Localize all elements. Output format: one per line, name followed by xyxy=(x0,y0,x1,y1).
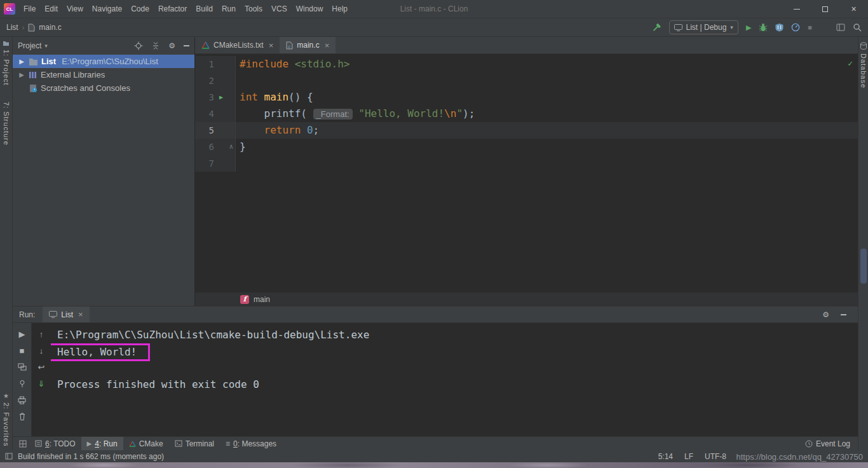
scrollbar-thumb[interactable] xyxy=(860,249,867,284)
hide-panel-icon[interactable] xyxy=(841,314,846,315)
line-separator[interactable]: LF xyxy=(684,452,693,461)
profiler-icon[interactable] xyxy=(791,23,800,32)
menu-window[interactable]: Window xyxy=(292,0,328,18)
tab-terminal[interactable]: Terminal xyxy=(169,437,220,450)
menu-navigate[interactable]: Navigate xyxy=(88,0,126,18)
line-number: 6 xyxy=(195,139,215,155)
maximize-button[interactable] xyxy=(811,0,839,18)
sidebar-item-structure[interactable]: 7: Structure xyxy=(3,102,10,146)
editor-gutter[interactable]: 7 xyxy=(195,155,236,172)
chevron-down-icon[interactable]: ▾ xyxy=(44,43,48,49)
debug-bug-icon[interactable] xyxy=(759,23,768,32)
menu-view[interactable]: View xyxy=(62,0,88,18)
event-log-button[interactable]: Event Log xyxy=(805,437,854,450)
inspections-ok-icon[interactable]: ✓ xyxy=(848,55,853,72)
maximize-icon xyxy=(822,6,828,12)
tab-todo[interactable]: 6: TODO xyxy=(29,437,81,450)
clear-console-icon[interactable] xyxy=(16,411,29,422)
code-line[interactable]: 6∧} xyxy=(195,139,858,155)
run-console[interactable]: E:\Program\C\SuZhou\List\cmake-build-deb… xyxy=(51,323,858,436)
tree-item-project-root[interactable]: ▶ List E:\Program\C\SuZhou\List xyxy=(13,55,194,68)
highlighted-output: Hello, World! xyxy=(51,343,150,361)
tree-item-scratches[interactable]: Scratches and Consoles xyxy=(13,81,194,95)
breadcrumb-root[interactable]: List xyxy=(6,23,18,32)
tool-windows-switcher-icon[interactable] xyxy=(17,437,29,450)
build-hammer-icon[interactable] xyxy=(652,23,661,32)
editor-gutter[interactable]: 3▶ xyxy=(195,89,236,106)
code-editor[interactable]: 1#include <stdio.h>23▶int main() {4 prin… xyxy=(195,54,858,292)
up-stack-trace-icon[interactable]: ↑ xyxy=(35,328,48,340)
restore-layout-icon[interactable] xyxy=(16,361,29,373)
menu-help[interactable]: Help xyxy=(327,0,352,18)
run-tab-list[interactable]: List × xyxy=(43,306,89,322)
tree-item-external-libraries[interactable]: ▶ External Libraries xyxy=(13,68,194,81)
tab-main-c[interactable]: c main.c × xyxy=(280,37,336,53)
run-configuration-label: List | Debug xyxy=(686,23,727,32)
editor-gutter[interactable]: 1 xyxy=(195,56,236,72)
folder-mini-icon xyxy=(3,40,10,46)
editor-gutter[interactable]: 5 xyxy=(195,122,236,139)
caret-position[interactable]: 5:14 xyxy=(658,452,673,461)
left-tool-stripe: 1: Project 7: Structure ★ 2: Favorites xyxy=(0,37,13,450)
expand-arrow-icon[interactable]: ▶ xyxy=(18,71,25,78)
code-line[interactable]: 4 printf( _Format: "Hello, World!\n"); xyxy=(195,106,858,122)
editor-gutter[interactable]: 4 xyxy=(195,106,236,122)
close-tab-icon[interactable]: × xyxy=(269,41,274,50)
code-line[interactable]: 5 return 0; xyxy=(195,122,858,139)
tab-label: CMakeLists.txt xyxy=(214,41,264,50)
project-panel-title[interactable]: Project xyxy=(18,41,41,50)
code-line[interactable]: 1#include <stdio.h> xyxy=(195,56,858,72)
scroll-to-end-icon[interactable]: ⇓ xyxy=(35,378,48,389)
code-line[interactable]: 2 xyxy=(195,72,858,89)
file-encoding[interactable]: UTF-8 xyxy=(705,452,726,461)
menu-code[interactable]: Code xyxy=(126,0,154,18)
down-stack-trace-icon[interactable]: ↓ xyxy=(35,345,48,356)
menu-refactor[interactable]: Refactor xyxy=(154,0,191,18)
close-tab-icon[interactable]: × xyxy=(325,41,330,50)
menu-build[interactable]: Build xyxy=(191,0,217,18)
run-configuration-select[interactable]: List | Debug ▾ xyxy=(669,20,738,34)
close-tab-icon[interactable]: × xyxy=(78,310,83,319)
minimize-button[interactable] xyxy=(782,0,811,18)
soft-wrap-icon[interactable]: ↩ xyxy=(35,361,48,373)
search-icon[interactable] xyxy=(853,23,862,32)
locate-file-icon[interactable] xyxy=(134,41,143,50)
code-line[interactable]: 7 xyxy=(195,155,858,172)
editor-gutter[interactable]: 2 xyxy=(195,72,236,89)
expand-arrow-icon[interactable]: ▶ xyxy=(18,58,25,65)
tab-run[interactable]: ▶ 4: Run xyxy=(81,437,123,450)
menu-file[interactable]: File xyxy=(19,0,40,18)
rerun-button[interactable]: ▶ xyxy=(16,328,29,340)
sidebar-item-database[interactable]: Database xyxy=(860,42,867,88)
gear-icon[interactable]: ⚙ xyxy=(822,311,829,319)
pin-tab-icon[interactable] xyxy=(16,378,29,389)
collapse-all-icon[interactable] xyxy=(151,41,160,50)
breadcrumb-function[interactable]: main xyxy=(254,295,270,304)
chevron-right-icon: › xyxy=(22,24,25,31)
menu-run[interactable]: Run xyxy=(217,0,240,18)
run-gutter-icon[interactable]: ▶ xyxy=(215,89,227,106)
console-line: Process finished with exit code 0 xyxy=(57,376,858,393)
editor-gutter[interactable]: 6∧ xyxy=(195,139,236,155)
status-message[interactable]: Build finished in 1 s 662 ms (moments ag… xyxy=(18,452,164,461)
menu-tools[interactable]: Tools xyxy=(240,0,267,18)
toolwindow-toggle-icon[interactable] xyxy=(5,453,13,460)
app-monitor-icon xyxy=(674,24,682,31)
hide-panel-icon[interactable] xyxy=(184,45,189,46)
tab-messages[interactable]: ≡ 0: Messages xyxy=(220,437,282,450)
tab-cmakelists[interactable]: CMakeLists.txt × xyxy=(195,37,280,53)
sidebar-item-project[interactable]: 1: Project xyxy=(3,40,10,85)
tab-cmake[interactable]: CMake xyxy=(123,437,169,450)
run-with-coverage-icon[interactable] xyxy=(775,23,783,32)
fold-marker-icon[interactable]: ∧ xyxy=(227,139,235,155)
run-button[interactable]: ▶ xyxy=(746,24,751,31)
layout-windows-icon[interactable] xyxy=(836,23,845,32)
close-button[interactable]: × xyxy=(839,0,868,18)
code-line[interactable]: 3▶int main() { xyxy=(195,89,858,106)
gear-icon[interactable]: ⚙ xyxy=(168,42,175,50)
menu-edit[interactable]: Edit xyxy=(40,0,62,18)
sidebar-item-favorites[interactable]: ★ 2: Favorites xyxy=(3,393,10,446)
print-icon[interactable] xyxy=(16,394,29,406)
breadcrumb-file[interactable]: main.c xyxy=(39,23,61,32)
menu-vcs[interactable]: VCS xyxy=(267,0,292,18)
